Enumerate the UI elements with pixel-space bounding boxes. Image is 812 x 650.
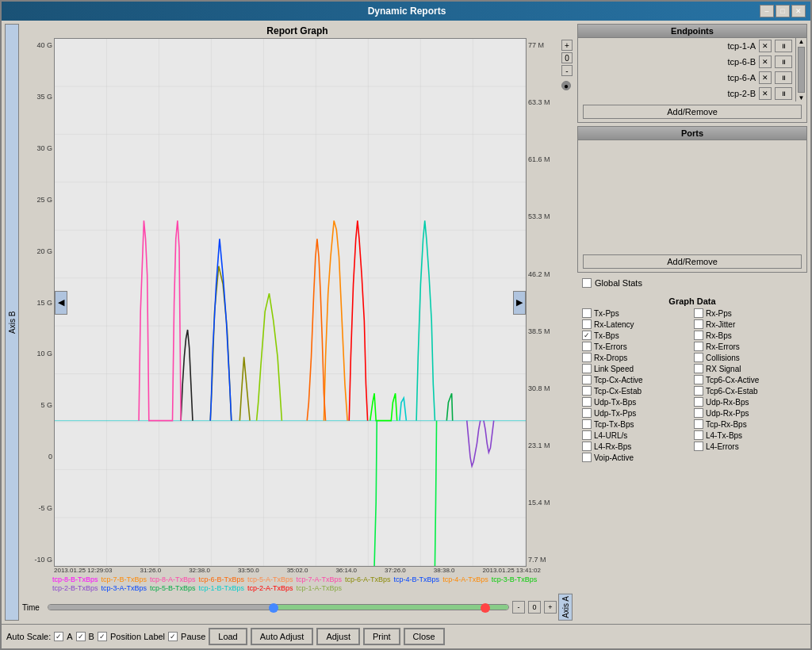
slider-right-thumb[interactable] (481, 603, 490, 613)
cb-rx-bps[interactable] (694, 331, 703, 340)
slider-left-thumb[interactable] (269, 603, 278, 613)
gd-rx-errors: Rx-Errors (694, 341, 802, 352)
cb-tcp-rx-bps[interactable] (694, 419, 703, 429)
cb-tcp-cx-active[interactable] (582, 375, 592, 384)
cb-udp-rx-pps[interactable] (694, 408, 703, 418)
legend: tcp-8-B-TxBps tcp-7-B-TxBps tcp-8-A-TxBp… (21, 574, 574, 594)
endpoint-x-2[interactable]: ✕ (759, 71, 772, 84)
gd-link-speed: Link Speed (582, 363, 691, 374)
scroll-thumb[interactable] (798, 47, 805, 93)
endpoint-pause-3[interactable]: ⏸ (775, 87, 792, 100)
cb-link-speed[interactable] (582, 364, 592, 373)
graph-panel: Report Graph 40 G 35 G 30 G 25 G 20 G 15… (21, 24, 574, 621)
cb-tx-pps[interactable] (582, 308, 592, 318)
load-button[interactable]: Load (209, 628, 247, 645)
auto-adjust-button[interactable]: Auto Adjust (251, 628, 314, 645)
graph-data-col1: Tx-Pps Rx-Latency Tx-Bps Tx-Errors (582, 308, 691, 463)
slider-zero[interactable]: 0 (528, 601, 541, 614)
endpoint-row-3: tcp-2-B ✕ ⏸ (578, 86, 795, 101)
slider-minus[interactable]: - (512, 601, 525, 614)
endpoints-header: Endpoints (578, 25, 806, 38)
scroll-up-btn[interactable]: ▲ (796, 38, 806, 45)
auto-scale-a-label: A (67, 632, 72, 641)
cb-tcp-tx-bps[interactable] (582, 419, 592, 429)
cb-tx-errors[interactable] (582, 342, 592, 351)
gd-collisions: Collisions (694, 352, 802, 363)
ports-content (578, 140, 806, 251)
zoom-circle-button[interactable]: ● (561, 81, 571, 90)
graph-nav-left[interactable]: ◀ (55, 291, 67, 315)
gd-udp-tx-pps: Udp-Tx-Pps (582, 407, 691, 419)
cb-l4-url[interactable] (582, 430, 592, 440)
right-panel: Endpoints tcp-1-A ✕ ⏸ tcp-6-B ✕ ⏸ (577, 24, 807, 621)
chart-svg (55, 39, 526, 566)
cb-rx-signal[interactable] (694, 364, 703, 373)
axis-a-row: Time - 0 + Axis A (21, 594, 574, 621)
cb-tcp6-cx-active[interactable] (694, 375, 703, 384)
chart-wrapper: 40 G 35 G 30 G 25 G 20 G 15 G 10 G 5 G 0… (21, 38, 574, 567)
endpoint-x-0[interactable]: ✕ (759, 40, 772, 52)
cb-tx-bps[interactable] (582, 331, 592, 340)
titlebar: Dynamic Reports – □ ✕ (2, 2, 810, 21)
pause-checkbox[interactable] (168, 632, 178, 641)
adjust-button[interactable]: Adjust (316, 628, 360, 645)
y-axis-right: 77 M 63.3 M 61.6 M 53.3 M 46.2 M 38.5 M … (527, 38, 560, 567)
cb-l4-tx-bps[interactable] (694, 430, 703, 440)
time-label: Time (22, 603, 44, 612)
cb-l4-rx-bps[interactable] (582, 442, 592, 451)
auto-scale-b-label: B (89, 632, 94, 641)
cb-rx-drops[interactable] (582, 353, 592, 362)
auto-scale-a-checkbox[interactable] (54, 632, 63, 641)
endpoint-row-1: tcp-6-B ✕ ⏸ (578, 54, 795, 70)
cb-rx-errors[interactable] (694, 342, 703, 351)
cb-udp-rx-bps[interactable] (694, 397, 703, 407)
cb-voip-active[interactable] (582, 453, 592, 462)
ports-add-remove-button[interactable]: Add/Remove (583, 254, 802, 269)
ports-add-remove-container: Add/Remove (578, 251, 806, 272)
cb-collisions[interactable] (694, 353, 703, 362)
position-label-checkbox[interactable] (98, 632, 107, 641)
cb-tcp-cx-estab[interactable] (582, 386, 592, 396)
cb-l4-errors[interactable] (694, 442, 703, 451)
cb-udp-tx-bps[interactable] (582, 397, 592, 407)
chart-title: Report Graph (21, 24, 574, 38)
close-button[interactable]: ✕ (791, 5, 806, 17)
auto-scale-b-checkbox[interactable] (76, 632, 86, 641)
global-stats-checkbox[interactable] (582, 278, 592, 288)
endpoint-pause-2[interactable]: ⏸ (775, 71, 792, 84)
cb-tcp6-cx-estab[interactable] (694, 386, 703, 396)
print-button[interactable]: Print (363, 628, 400, 645)
zoom-in-button[interactable]: + (561, 40, 573, 51)
zoom-out-button[interactable]: - (561, 65, 573, 76)
gd-l4-tx-bps: L4-Tx-Bps (694, 430, 802, 441)
endpoints-scrollbar[interactable]: ▲ ▼ (795, 38, 806, 101)
axis-a-label: Axis A (558, 594, 573, 621)
maximize-button[interactable]: □ (776, 5, 790, 17)
gd-tcp6-cx-estab: Tcp6-Cx-Estab (694, 385, 802, 396)
endpoint-row-0: tcp-1-A ✕ ⏸ (578, 38, 795, 54)
gd-voip-active: Voip-Active (582, 452, 691, 463)
endpoints-add-remove-button[interactable]: Add/Remove (583, 105, 802, 119)
gd-l4-url: L4-URL/s (582, 430, 691, 441)
gd-rx-drops: Rx-Drops (582, 352, 691, 363)
cb-rx-jitter[interactable] (694, 319, 703, 329)
endpoint-pause-0[interactable]: ⏸ (775, 40, 792, 52)
minimize-button[interactable]: – (760, 5, 774, 17)
ports-section: Ports Add/Remove (577, 126, 807, 273)
endpoint-label-1: tcp-6-B (728, 57, 756, 67)
graph-nav-right[interactable]: ▶ (513, 291, 526, 315)
zoom-reset-button[interactable]: 0 (561, 52, 573, 63)
close-button-bottom[interactable]: Close (404, 628, 445, 645)
cb-rx-pps[interactable] (694, 308, 703, 318)
gd-tx-errors: Tx-Errors (582, 341, 691, 352)
cb-rx-latency[interactable] (582, 319, 592, 329)
slider-plus[interactable]: + (544, 601, 557, 614)
endpoint-x-1[interactable]: ✕ (759, 55, 772, 68)
auto-scale-label: Auto Scale: (6, 632, 51, 641)
cb-udp-tx-pps[interactable] (582, 408, 592, 418)
time-slider[interactable] (48, 604, 509, 610)
endpoint-pause-1[interactable]: ⏸ (775, 55, 792, 68)
gd-udp-rx-pps: Udp-Rx-Pps (694, 407, 802, 419)
endpoint-x-3[interactable]: ✕ (759, 87, 772, 100)
scroll-down-btn[interactable]: ▼ (796, 94, 806, 101)
